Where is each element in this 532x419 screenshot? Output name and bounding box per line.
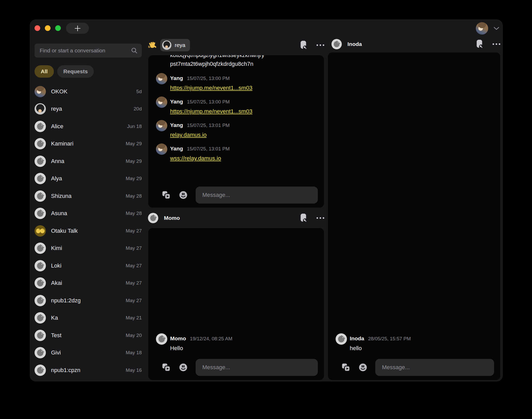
chick-avatar-icon — [331, 39, 342, 49]
composer — [148, 187, 324, 208]
conversation-name: Givi — [51, 349, 61, 356]
media-button[interactable] — [162, 363, 171, 372]
media-button[interactable] — [341, 363, 351, 372]
message-timestamp: 19/12/24, 08:25 AM — [190, 336, 232, 342]
conversation-item[interactable]: Akai May 27 — [35, 275, 142, 292]
minimize-button[interactable] — [45, 25, 51, 31]
chick-avatar-icon — [336, 333, 347, 345]
more-button[interactable] — [317, 217, 324, 219]
conversation-item[interactable]: Shizuna May 28 — [35, 187, 142, 205]
filter-requests[interactable]: Requests — [57, 65, 94, 78]
conversation-item[interactable]: Loki May 27 — [35, 257, 142, 275]
conversation-item[interactable]: npub1:cpzn May 16 — [35, 361, 142, 379]
more-button[interactable] — [493, 43, 500, 45]
conversation-list[interactable]: OKOK 5d reya 20d Alice Jun 18 Kaminari M… — [35, 83, 142, 381]
chick-avatar-icon — [35, 365, 46, 376]
conversation-item[interactable]: Otaku Talk May 27 — [35, 222, 142, 240]
chick-avatar-icon — [148, 213, 158, 223]
composer — [328, 359, 500, 380]
conversation-name: Alice — [51, 123, 63, 130]
conversation-item[interactable]: npub1:2dzg May 27 — [35, 292, 142, 309]
conversation-item[interactable]: reya 20d — [35, 100, 142, 118]
conversation-item[interactable]: Alya May 29 — [35, 170, 142, 188]
message-text: hello — [350, 344, 411, 352]
message-link[interactable]: https://njump.me/nevent1...sm03 — [170, 84, 252, 92]
new-chat-button[interactable] — [66, 23, 89, 34]
note-button[interactable] — [476, 39, 484, 49]
message-group: Yang 15/07/25, 13:00 PM https://njump.me… — [156, 73, 318, 92]
conversation-item[interactable] — [35, 379, 142, 381]
chat-header-inoda: Inoda — [328, 37, 503, 51]
message-input[interactable] — [196, 187, 318, 204]
conversation-item[interactable]: Kaminari May 29 — [35, 135, 142, 153]
conversation-item[interactable]: Givi May 18 — [35, 344, 142, 362]
conversation-item[interactable]: Ka May 21 — [35, 309, 142, 327]
chick-avatar-icon — [35, 330, 46, 341]
message-input[interactable] — [375, 359, 494, 376]
message-area: Momo 19/12/24, 08:25 AM Hello — [148, 228, 324, 359]
conversation-name: Loki — [51, 262, 61, 269]
account-menu[interactable] — [476, 22, 500, 35]
conversation-date: May 28 — [126, 211, 142, 216]
chat-panel-inoda: Inoda 28/05/25, 15:57 PM hello — [328, 52, 501, 380]
chick-avatar-icon — [35, 277, 46, 289]
conversation-avatar — [35, 190, 46, 202]
ellipsis-icon — [493, 43, 500, 45]
chat-avatar — [331, 39, 342, 49]
conversation-item[interactable]: Anna May 29 — [35, 152, 142, 170]
message-link[interactable]: https://njump.me/nevent1...sm03 — [170, 108, 252, 115]
conversation-item[interactable]: Alice Jun 18 — [35, 118, 142, 135]
conversation-avatar — [35, 103, 46, 115]
message-group: Yang 15/07/25, 13:00 PM https://njump.me… — [156, 96, 318, 115]
message-link[interactable]: wss://relay.damus.io — [170, 155, 221, 162]
emoji-button[interactable] — [179, 363, 188, 372]
conversation-date: 5d — [136, 89, 142, 94]
chat-tab-avatar — [162, 41, 171, 50]
message-author: Yang — [170, 99, 183, 105]
message-author: Yang — [170, 75, 183, 81]
chick-avatar-icon — [35, 173, 46, 184]
message-link[interactable]: relay.damus.io — [170, 131, 206, 139]
chat-title: Momo — [164, 215, 180, 221]
conversation-avatar — [35, 173, 46, 184]
conversation-avatar — [35, 365, 46, 376]
search-bar[interactable] — [35, 44, 142, 58]
note-button[interactable] — [300, 213, 308, 223]
emoji-button[interactable] — [179, 190, 188, 200]
conversation-item[interactable]: Asuna May 28 — [35, 205, 142, 222]
conversation-avatar — [35, 312, 46, 324]
chat-tab-reya[interactable]: reya — [160, 39, 190, 51]
message-input[interactable] — [196, 359, 318, 376]
photo-video-icon — [341, 363, 351, 372]
more-button[interactable] — [317, 44, 324, 46]
conversation-filters: All Requests — [35, 65, 94, 78]
filter-all[interactable]: All — [35, 65, 54, 78]
message-author: Yang — [170, 146, 183, 152]
app-window: All Requests OKOK 5d reya 20d Alice Jun … — [30, 20, 503, 381]
note-pencil-icon — [300, 41, 308, 50]
conversation-date: May 27 — [126, 245, 142, 251]
conversation-item[interactable]: Kimi May 27 — [35, 240, 142, 257]
media-button[interactable] — [162, 190, 171, 200]
conversation-name: Test — [51, 332, 61, 339]
chevron-down-icon[interactable] — [493, 27, 500, 30]
message-timestamp: 15/07/25, 13:01 PM — [187, 146, 230, 152]
conversation-date: Jun 18 — [127, 124, 142, 129]
chick-avatar-icon — [35, 156, 46, 167]
chick-avatar-icon — [35, 208, 46, 219]
chat-avatar — [148, 213, 158, 223]
ellipsis-icon — [317, 44, 324, 46]
maximize-button[interactable] — [55, 25, 61, 31]
conversation-item[interactable]: Test May 20 — [35, 327, 142, 344]
search-input[interactable] — [39, 47, 131, 54]
account-avatar[interactable] — [476, 22, 488, 35]
photo-video-icon — [162, 363, 171, 372]
close-button[interactable] — [35, 25, 40, 31]
chick-avatar-icon — [35, 295, 46, 306]
window-controls — [35, 25, 61, 31]
ellipsis-icon — [317, 217, 324, 219]
message-timestamp: 28/05/25, 15:57 PM — [368, 336, 411, 342]
conversation-item[interactable]: OKOK 5d — [35, 83, 142, 100]
emoji-button[interactable] — [358, 363, 368, 372]
note-button[interactable] — [300, 41, 308, 50]
